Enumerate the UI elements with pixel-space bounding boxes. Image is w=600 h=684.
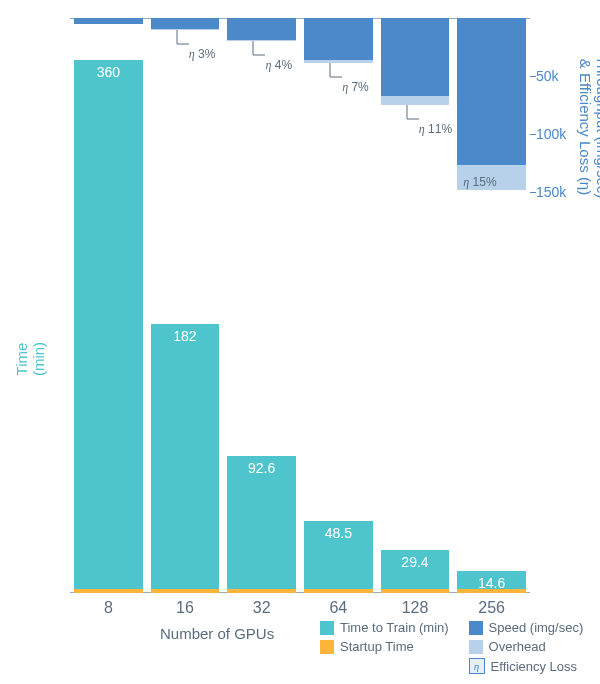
bar-speed [227, 18, 296, 40]
swatch-eta-icon: η [469, 658, 485, 674]
bar-time: 48.5 [304, 521, 373, 593]
x-tick-label: 256 [453, 599, 530, 617]
y-axis-left-label: Time(min) [13, 342, 47, 376]
bar-time: 182 [151, 324, 220, 593]
legend-label: Time to Train (min) [340, 620, 449, 635]
bar-value-label: 48.5 [304, 525, 373, 541]
bar-group: η 3%18216 [147, 18, 224, 593]
legend-label: Efficiency Loss [491, 659, 577, 674]
plot-area: 50k 100k 150k 3608η 3%18216η 4%92.632η 7… [70, 18, 530, 593]
y-axis-right-label: Throughput (img/sec)& Efficiency Loss (η… [577, 56, 600, 199]
bar-group: η 4%92.632 [223, 18, 300, 593]
bar-startup [304, 589, 373, 593]
y2-tick-150k: 150k [536, 184, 566, 200]
legend-item-startup: Startup Time [320, 639, 449, 654]
bar-time: 360 [74, 60, 143, 593]
x-tick-label: 8 [70, 599, 147, 617]
bar-time: 29.4 [381, 550, 450, 594]
bar-value-label: 360 [74, 64, 143, 80]
y2-tick-50k: 50k [536, 68, 559, 84]
bar-speed [304, 18, 373, 60]
x-axis-label: Number of GPUs [160, 625, 274, 642]
eta-annotation: η 15% [463, 172, 523, 192]
legend-item-eta: η Efficiency Loss [469, 658, 584, 674]
bar-value-label: 182 [151, 328, 220, 344]
bar-speed [74, 18, 143, 24]
bar-group: η 15%14.6256 [453, 18, 530, 593]
bar-value-label: 92.6 [227, 460, 296, 476]
chart-container: 50k 100k 150k 3608η 3%18216η 4%92.632η 7… [0, 0, 600, 684]
legend-item-speed: Speed (img/sec) [469, 620, 584, 635]
legend-label: Startup Time [340, 639, 414, 654]
bar-group: 3608 [70, 18, 147, 593]
bar-startup [381, 589, 450, 593]
bar-speed [457, 18, 526, 165]
x-tick-label: 128 [377, 599, 454, 617]
legend-item-time: Time to Train (min) [320, 620, 449, 635]
x-tick-label: 16 [147, 599, 224, 617]
legend-label: Overhead [489, 639, 546, 654]
swatch-startup-icon [320, 640, 334, 654]
legend-item-overhead: Overhead [469, 639, 584, 654]
bar-startup [151, 589, 220, 593]
bar-group: η 11%29.4128 [377, 18, 454, 593]
swatch-time-icon [320, 621, 334, 635]
bar-startup [74, 589, 143, 593]
x-tick-label: 64 [300, 599, 377, 617]
bar-group: η 7%48.564 [300, 18, 377, 593]
bar-startup [227, 589, 296, 593]
legend: Time to Train (min) Startup Time Speed (… [320, 620, 583, 678]
x-tick-label: 32 [223, 599, 300, 617]
bar-startup [457, 589, 526, 593]
swatch-overhead-icon [469, 640, 483, 654]
swatch-speed-icon [469, 621, 483, 635]
bar-time: 92.6 [227, 456, 296, 593]
y2-tick-100k: 100k [536, 126, 566, 142]
bar-speed [381, 18, 450, 96]
bar-value-label: 29.4 [381, 554, 450, 570]
legend-label: Speed (img/sec) [489, 620, 584, 635]
